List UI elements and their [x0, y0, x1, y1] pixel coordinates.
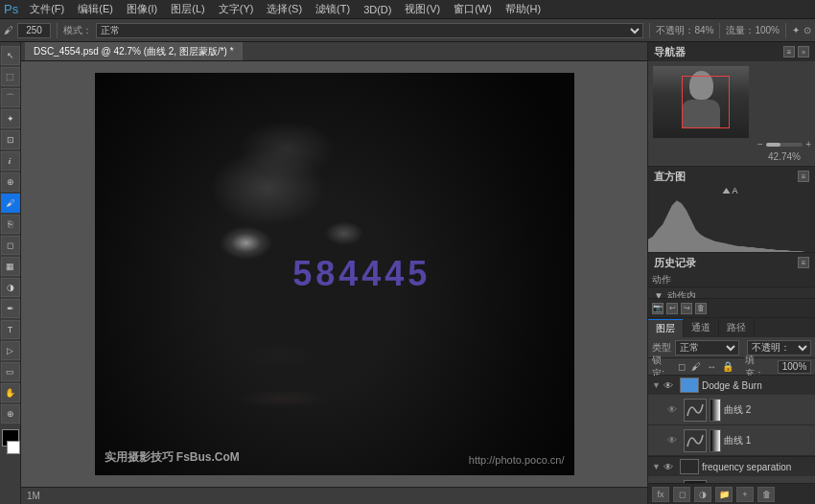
history-header[interactable]: 历史记录 ≡	[648, 253, 815, 272]
zoom-slider-track	[766, 143, 803, 147]
layer-group-dodge-burn-header[interactable]: ▼ 👁 Dodge & Burn	[648, 376, 815, 395]
menu-view[interactable]: 视图(V)	[399, 0, 446, 18]
menu-window[interactable]: 窗口(W)	[448, 0, 498, 18]
group-eye-icon-2[interactable]: 👁	[664, 462, 677, 472]
layers-tab-channels[interactable]: 通道	[684, 319, 719, 336]
layer-mask-btn[interactable]: ◻	[673, 487, 690, 502]
layer-item-curve1[interactable]: 👁 曲线 1	[648, 425, 815, 456]
history-toolbar: 动作	[648, 272, 815, 287]
shape-tool[interactable]: ▭	[1, 362, 20, 381]
group-name-dodge-burn: Dodge & Burn	[702, 380, 811, 391]
history-trash-btn[interactable]: 🗑	[695, 303, 707, 314]
move-tool[interactable]: ↖	[1, 46, 20, 65]
menu-select[interactable]: 选择(S)	[261, 0, 308, 18]
layer-item-curve2[interactable]: 👁 曲线 2	[648, 395, 815, 425]
right-panels: 导航器 ≡ × −	[647, 42, 815, 504]
layer-new-btn[interactable]: +	[736, 487, 754, 502]
history-back-btn[interactable]: ↩	[666, 303, 678, 314]
canvas-tab-item[interactable]: DSC_4554.psd @ 42.7% (曲线 2, 图层蒙版/*) *	[25, 42, 243, 60]
group-eye-icon[interactable]: 👁	[664, 380, 677, 391]
history-menu-btn[interactable]: ≡	[798, 257, 809, 268]
layers-tab-layers[interactable]: 图层	[648, 319, 684, 337]
lock-brush-btn[interactable]: 🖌	[691, 361, 701, 372]
history-footer: 📷 ↩ ↪ 🗑	[648, 298, 815, 317]
layers-tabs: 图层 通道 路径	[648, 318, 815, 337]
layer-group-freq-sep-header[interactable]: ▼ 👁 frequency separation	[648, 457, 815, 476]
marquee-tool[interactable]: ⬚	[1, 67, 20, 86]
layers-list: ▼ 👁 Dodge & Burn 👁 曲线 2	[648, 376, 815, 483]
menu-type[interactable]: 文字(Y)	[213, 0, 260, 18]
menu-edit[interactable]: 编辑(E)	[72, 0, 119, 18]
layer-item-bg3[interactable]: 👁 背景 副本 3	[648, 476, 815, 483]
layers-opacity-bar: 锁定: ◻ 🖌 ↔ 🔒 填充：	[648, 358, 815, 376]
menu-help[interactable]: 帮助(H)	[500, 0, 547, 18]
menu-file[interactable]: 文件(F)	[24, 0, 70, 18]
collapse-icon: ▼	[654, 290, 664, 298]
navigator-close-btn[interactable]: ×	[798, 46, 809, 57]
brush-tool[interactable]: 🖌	[1, 194, 20, 213]
clone-tool[interactable]: ⎘	[1, 215, 20, 234]
mouth-area	[234, 389, 330, 408]
canvas-viewport[interactable]: 584445 实用摄影技巧 FsBus.CoM http://photo.poc…	[21, 61, 647, 487]
history-action-group[interactable]: ▼ 动作内	[648, 287, 815, 298]
path-select-tool[interactable]: ▷	[1, 341, 20, 360]
history-tab[interactable]: 动作	[652, 273, 671, 286]
menu-3d[interactable]: 3D(D)	[358, 2, 397, 17]
zoom-in-btn[interactable]: +	[805, 139, 811, 149]
menu-filter[interactable]: 滤镜(T)	[310, 0, 356, 18]
airbrush-icon: ✦	[792, 25, 800, 35]
hand-tool[interactable]: ✋	[1, 383, 20, 402]
svg-text:A: A	[732, 186, 737, 195]
zoom-percentage: 42.74%	[757, 151, 811, 162]
gradient-tool[interactable]: ▦	[1, 257, 20, 276]
dodge-tool[interactable]: ◑	[1, 278, 20, 297]
group-name-freq-sep: frequency separation	[702, 462, 811, 472]
layer-adjustment-btn[interactable]: ◑	[694, 487, 711, 502]
histogram-menu-btn[interactable]: ≡	[798, 171, 809, 182]
nav-person-body	[682, 100, 720, 128]
layers-controls-bar: 类型 正常 不透明：	[648, 337, 815, 358]
blend-mode-label: 类型	[652, 341, 671, 355]
layer-thumb-curve1	[684, 429, 707, 452]
crop-tool[interactable]: ⊡	[1, 130, 20, 149]
history-camera-btn[interactable]: 📷	[652, 303, 664, 314]
navigator-zoom-area: − + 42.74%	[754, 61, 815, 166]
layer-group-btn[interactable]: 📁	[715, 487, 733, 502]
eyedropper-tool[interactable]: 𝒊	[1, 151, 20, 171]
history-controls: ≡	[798, 257, 809, 268]
layer-eye-curve1[interactable]: 👁	[667, 435, 681, 446]
menu-image[interactable]: 图像(I)	[121, 0, 163, 18]
brush-mode-select[interactable]: 正常	[96, 23, 643, 38]
layers-tab-paths[interactable]: 路径	[719, 319, 755, 336]
histogram-header[interactable]: 直方图 ≡	[648, 167, 815, 186]
navigator-menu-btn[interactable]: ≡	[783, 46, 795, 57]
heal-tool[interactable]: ⊕	[1, 172, 20, 192]
nav-person-head	[689, 71, 713, 100]
lock-all-btn[interactable]: 🔒	[722, 361, 734, 372]
layer-eye-curve2[interactable]: 👁	[667, 404, 681, 415]
magic-wand-tool[interactable]: ✦	[1, 109, 20, 128]
blend-mode-select[interactable]: 正常	[675, 340, 739, 355]
pen-tool[interactable]: ✒	[1, 299, 20, 318]
menu-layer[interactable]: 图层(L)	[165, 0, 210, 18]
text-tool[interactable]: T	[1, 320, 20, 339]
navigator-panel: 导航器 ≡ × −	[648, 42, 815, 167]
navigator-header[interactable]: 导航器 ≡ ×	[648, 42, 815, 61]
layer-delete-btn[interactable]: 🗑	[757, 487, 775, 502]
brush-size-input[interactable]	[17, 23, 51, 38]
watermark-left: 实用摄影技巧 FsBus.CoM	[105, 449, 240, 466]
background-color[interactable]	[7, 441, 20, 454]
histogram-title: 直方图	[654, 170, 686, 184]
eraser-tool[interactable]: ◻	[1, 236, 20, 255]
history-forward-btn[interactable]: ↪	[681, 303, 692, 314]
canvas-tab-bar: DSC_4554.psd @ 42.7% (曲线 2, 图层蒙版/*) *	[21, 42, 647, 61]
fill-input[interactable]	[778, 360, 811, 374]
group-thumb	[680, 378, 699, 393]
lasso-tool[interactable]: ⌒	[1, 88, 20, 107]
layer-fx-btn[interactable]: fx	[652, 487, 669, 502]
history-list: ▼ 动作内 ✓ 动作 1 ✓ 胶片 ✓ scharf ✓ auto1	[648, 287, 815, 298]
lock-position-btn[interactable]: ↔	[707, 361, 716, 372]
zoom-out-btn[interactable]: −	[757, 139, 763, 149]
zoom-tool[interactable]: ⊕	[1, 404, 20, 424]
lock-transparent-btn[interactable]: ◻	[678, 361, 686, 372]
